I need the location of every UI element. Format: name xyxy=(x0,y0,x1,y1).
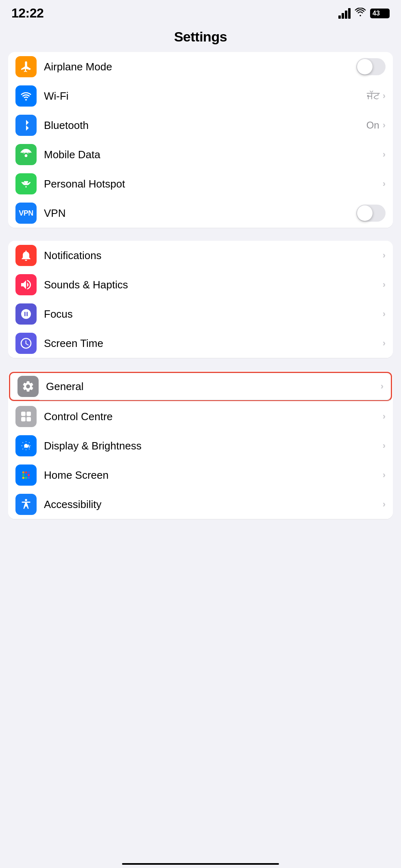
wifi-label: Wi-Fi xyxy=(44,90,367,103)
sounds-haptics-label: Sounds & Haptics xyxy=(44,279,383,291)
wifi-status-icon xyxy=(355,8,366,19)
vpn-toggle[interactable] xyxy=(356,205,386,222)
vpn-label: VPN xyxy=(44,207,356,220)
wifi-value: ਜੱਟ xyxy=(367,90,379,102)
svg-point-11 xyxy=(28,474,30,476)
home-screen-icon xyxy=(15,465,37,486)
home-screen-label: Home Screen xyxy=(44,469,383,482)
bluetooth-row[interactable]: Bluetooth On › xyxy=(8,111,393,140)
svg-rect-4 xyxy=(26,417,31,421)
screen-time-icon xyxy=(15,333,37,354)
wifi-row-icon xyxy=(15,85,37,107)
page-title: Settings xyxy=(0,29,401,45)
toggle-knob xyxy=(357,59,373,74)
focus-chevron: › xyxy=(383,309,386,319)
general-row[interactable]: General › xyxy=(9,372,392,401)
svg-point-15 xyxy=(25,499,27,501)
airplane-mode-toggle[interactable] xyxy=(356,58,386,75)
svg-point-8 xyxy=(28,471,30,473)
svg-point-10 xyxy=(25,474,27,476)
status-icons: 43 xyxy=(338,8,390,19)
svg-point-9 xyxy=(22,474,24,476)
personal-hotspot-label: Personal Hotspot xyxy=(44,178,383,190)
sounds-haptics-row[interactable]: Sounds & Haptics › xyxy=(8,270,393,299)
airplane-icon xyxy=(15,56,37,77)
mobile-data-label: Mobile Data xyxy=(44,148,383,161)
signal-bars-icon xyxy=(338,8,351,19)
wifi-chevron: › xyxy=(383,91,386,101)
accessibility-row[interactable]: Accessibility › xyxy=(8,490,393,519)
personal-hotspot-row[interactable]: Personal Hotspot › xyxy=(8,169,393,198)
personal-hotspot-chevron: › xyxy=(383,179,386,189)
svg-rect-3 xyxy=(21,417,26,421)
notifications-icon xyxy=(15,245,37,266)
battery-level: 43 xyxy=(373,10,380,17)
mobile-data-row[interactable]: Mobile Data › xyxy=(8,140,393,169)
display-brightness-chevron: › xyxy=(383,441,386,451)
control-centre-icon xyxy=(15,406,37,427)
mobile-data-icon xyxy=(15,144,37,165)
bottom-settings-group: General › Control Centre › AA Display & … xyxy=(8,371,393,519)
control-centre-row[interactable]: Control Centre › xyxy=(8,402,393,431)
screen-time-chevron: › xyxy=(383,338,386,349)
vpn-row[interactable]: VPN VPN xyxy=(8,198,393,228)
screen-time-row[interactable]: Screen Time › xyxy=(8,329,393,358)
general-chevron: › xyxy=(381,381,384,392)
accessibility-label: Accessibility xyxy=(44,498,383,511)
airplane-mode-row[interactable]: Airplane Mode xyxy=(8,52,393,81)
home-screen-chevron: › xyxy=(383,470,386,480)
svg-point-0 xyxy=(25,154,28,157)
battery-icon: 43 xyxy=(370,9,390,18)
bluetooth-icon xyxy=(15,115,37,136)
sounds-haptics-icon xyxy=(15,274,37,295)
notifications-label: Notifications xyxy=(44,249,383,262)
vpn-toggle-knob xyxy=(357,205,373,221)
svg-point-12 xyxy=(22,477,24,479)
svg-point-7 xyxy=(25,471,27,473)
notifications-chevron: › xyxy=(383,250,386,261)
svg-rect-1 xyxy=(21,412,26,416)
control-centre-label: Control Centre xyxy=(44,410,383,423)
svg-rect-2 xyxy=(26,412,31,416)
system-group: Notifications › Sounds & Haptics › Focus… xyxy=(8,241,393,358)
airplane-mode-label: Airplane Mode xyxy=(44,61,356,73)
vpn-icon: VPN xyxy=(15,203,37,224)
notifications-row[interactable]: Notifications › xyxy=(8,241,393,270)
hotspot-icon xyxy=(15,173,37,194)
accessibility-icon xyxy=(15,494,37,515)
accessibility-chevron: › xyxy=(383,499,386,510)
svg-point-6 xyxy=(22,471,24,473)
status-bar: 12:22 43 xyxy=(0,0,401,24)
bluetooth-chevron: › xyxy=(383,120,386,131)
focus-icon xyxy=(15,303,37,325)
connectivity-group: Airplane Mode Wi-Fi ਜੱਟ › Bluetooth On ›… xyxy=(8,52,393,228)
status-time: 12:22 xyxy=(11,6,44,21)
control-centre-chevron: › xyxy=(383,411,386,422)
general-label: General xyxy=(46,380,381,393)
focus-label: Focus xyxy=(44,308,383,321)
home-screen-row[interactable]: Home Screen › xyxy=(8,460,393,490)
display-brightness-icon: AA xyxy=(15,435,37,456)
svg-point-14 xyxy=(28,477,30,479)
wifi-row[interactable]: Wi-Fi ਜੱਟ › xyxy=(8,81,393,111)
bluetooth-value: On xyxy=(366,120,379,131)
screen-time-label: Screen Time xyxy=(44,337,383,350)
sounds-haptics-chevron: › xyxy=(383,279,386,290)
svg-text:AA: AA xyxy=(24,444,31,449)
mobile-data-chevron: › xyxy=(383,149,386,160)
display-brightness-label: Display & Brightness xyxy=(44,440,383,452)
display-brightness-row[interactable]: AA Display & Brightness › xyxy=(8,431,393,460)
focus-row[interactable]: Focus › xyxy=(8,299,393,329)
bluetooth-label: Bluetooth xyxy=(44,119,366,132)
svg-point-13 xyxy=(25,477,27,479)
page-header: Settings xyxy=(0,24,401,52)
gear-icon xyxy=(17,376,39,397)
home-indicator xyxy=(122,863,279,865)
